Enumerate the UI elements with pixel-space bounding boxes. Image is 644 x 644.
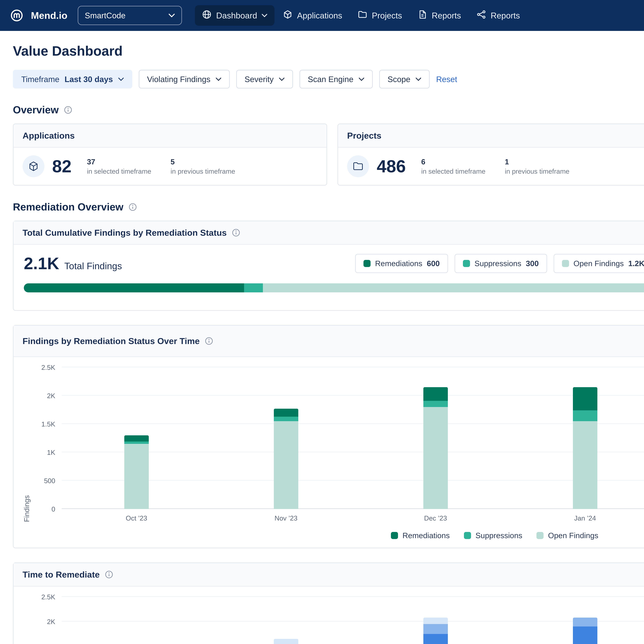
bar-segment-60-days	[573, 626, 597, 644]
nav-item-label: Dashboard	[216, 11, 257, 20]
chevron-down-icon	[279, 77, 285, 81]
y-tick-label: 1K	[47, 448, 55, 456]
chevron-down-icon	[216, 77, 221, 81]
filter-chip-label: Scope	[388, 75, 410, 84]
projects-previous: 1 in previous timeframe	[505, 158, 569, 175]
projects-current: 6 in selected timeframe	[421, 158, 485, 175]
bar-columns	[62, 367, 644, 509]
reset-filters-link[interactable]: Reset	[436, 75, 457, 84]
total-findings-value: 2.1K	[24, 254, 59, 273]
legend-dot	[363, 260, 371, 267]
nav-item-label: Projects	[372, 11, 402, 20]
filter-chip-violating-findings[interactable]: Violating Findings	[139, 70, 230, 88]
applications-card: Applications 82 37 in selected timeframe…	[13, 124, 327, 186]
bar-segment-60-days	[423, 634, 448, 644]
time-to-remediate-chart: Remediations 05001K1.5K2K2.5K Oct ’23Nov…	[14, 587, 644, 644]
bar-column	[361, 597, 510, 644]
product-select[interactable]: SmartCode	[78, 6, 182, 25]
top-navigation: Mend.io SmartCode Dashboard	[0, 0, 644, 31]
total-findings-label: Total Findings	[64, 261, 122, 271]
legend-dot	[562, 260, 569, 267]
folder-icon	[347, 155, 369, 177]
legend-value: 300	[526, 259, 539, 268]
findings-over-time-title: Findings by Remediation Status Over Time	[23, 336, 200, 346]
applications-card-body: 82 37 in selected timeframe 5 in previou…	[14, 148, 327, 185]
bar-segment-90-days	[423, 624, 448, 634]
bar-column	[62, 597, 211, 644]
filter-chip-scope[interactable]: Scope	[379, 70, 430, 88]
legend-name: Open Findings	[574, 259, 624, 268]
status-legend-open-findings[interactable]: Open Findings1.2K	[554, 254, 644, 273]
page-content: Value Dashboard Export as PDF Timeframe …	[0, 41, 644, 644]
projects-count: 486	[377, 156, 406, 176]
info-icon[interactable]	[232, 228, 240, 237]
info-icon[interactable]	[64, 106, 72, 114]
filter-chip-severity[interactable]: Severity	[236, 70, 293, 88]
applications-current: 37 in selected timeframe	[87, 158, 151, 175]
product-select-value: SmartCode	[85, 11, 125, 20]
folder-icon	[358, 10, 367, 21]
bar-stack	[573, 597, 597, 644]
bar-segment-open-findings	[124, 444, 149, 509]
status-segment-suppressions	[244, 283, 263, 292]
bar-segment-suppressions	[124, 442, 149, 444]
bar-segment-open-findings	[274, 421, 298, 509]
remediation-overview-heading-text: Remediation Overview	[13, 201, 123, 213]
timeframe-filter[interactable]: Timeframe Last 30 days	[13, 70, 132, 88]
chevron-down-icon	[168, 14, 175, 17]
status-legend-remediations[interactable]: Remediations600	[355, 254, 448, 273]
info-icon[interactable]	[105, 570, 113, 579]
bar-stack	[274, 597, 298, 644]
legend-item-open-findings: Open Findings	[536, 531, 598, 540]
cumulative-top-row: 2.1K Total Findings Remediations600Suppr…	[24, 254, 644, 273]
bar-stack	[573, 367, 597, 509]
stat-value: 37	[87, 158, 151, 166]
nav-item-projects[interactable]: Projects	[351, 5, 409, 26]
info-icon[interactable]	[129, 203, 137, 211]
nav-item-reports-2[interactable]: Reports	[469, 5, 527, 26]
y-axis-label: Remediations	[23, 597, 31, 644]
cumulative-findings-body: 2.1K Total Findings Remediations600Suppr…	[14, 245, 644, 303]
page-title: Value Dashboard	[13, 43, 123, 59]
bar-segment-remediations	[573, 387, 597, 410]
findings-over-time-title-group: Findings by Remediation Status Over Time	[23, 336, 213, 346]
bar-column	[510, 367, 644, 509]
bar-column	[62, 367, 211, 509]
info-icon[interactable]	[205, 337, 213, 345]
legend-name: Suppressions	[474, 259, 521, 268]
chart-legend: RemediationsSuppressionsOpen Findings	[14, 525, 644, 548]
filter-chip-label: Severity	[245, 75, 274, 84]
status-legend-suppressions[interactable]: Suppressions300	[455, 254, 547, 273]
remediation-status-bar	[24, 283, 644, 292]
nav-item-applications[interactable]: Applications	[276, 5, 349, 26]
legend-swatch	[391, 532, 398, 539]
bar-segment-open-findings	[423, 407, 448, 509]
bar-segment-suppressions	[423, 401, 448, 407]
bar-segment-90-days	[573, 618, 597, 626]
findings-over-time-header: Findings by Remediation Status Over Time…	[14, 326, 644, 357]
projects-card-body: 486 6 in selected timeframe 1 in previou…	[338, 148, 644, 185]
globe-icon	[202, 10, 212, 21]
bar-stack	[274, 367, 298, 509]
legend-dot	[463, 260, 470, 267]
legend-value: 600	[427, 259, 440, 268]
bar-stack	[124, 367, 149, 509]
legend-swatch	[464, 532, 471, 539]
applications-previous: 5 in previous timeframe	[171, 158, 235, 175]
plot: 05001K1.5K2K2.5K	[62, 597, 644, 644]
stat-label: in selected timeframe	[421, 167, 485, 175]
nav-item-reports[interactable]: Reports	[410, 5, 468, 26]
filter-chip-scan-engine[interactable]: Scan Engine	[299, 70, 373, 88]
integrations-icon	[476, 10, 486, 21]
bar-column	[510, 597, 644, 644]
status-legend: Remediations600Suppressions300Open Findi…	[355, 254, 644, 273]
chevron-down-icon	[262, 14, 267, 17]
nav-item-dashboard[interactable]: Dashboard	[195, 5, 274, 26]
nav-item-label: Reports	[432, 11, 461, 20]
findings-over-time-chart: Findings 05001K1.5K2K2.5K Oct ’23Nov ’23…	[14, 357, 644, 548]
bar-column	[361, 367, 510, 509]
cumulative-findings-card: Total Cumulative Findings by Remediation…	[13, 221, 644, 311]
applications-count: 82	[52, 156, 71, 176]
applications-icon	[283, 10, 293, 21]
time-to-remediate-title-group: Time to Remediate	[23, 570, 113, 579]
